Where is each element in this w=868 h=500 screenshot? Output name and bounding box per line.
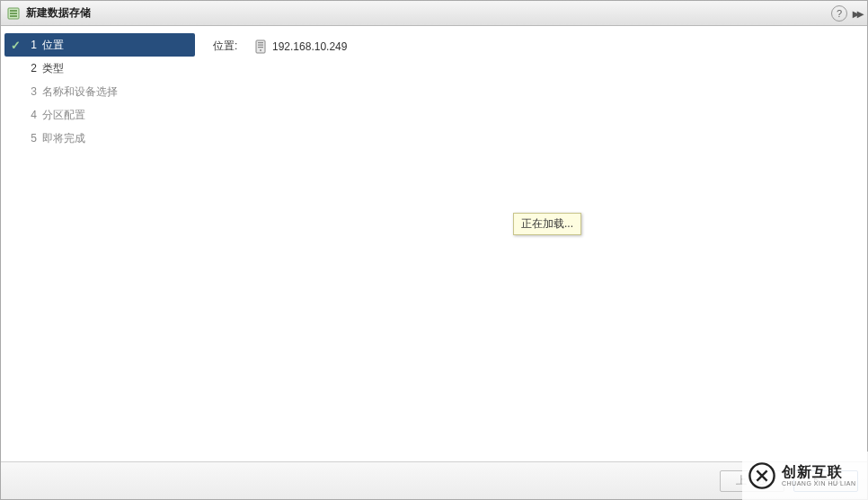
wizard-content: 位置: 192.168.10.249 正在加载... [199,26,867,461]
check-icon: ✓ [8,39,22,52]
expand-button[interactable]: ▸▸ [853,6,862,21]
svg-rect-5 [258,42,263,43]
loading-text: 正在加载... [521,217,573,230]
wizard-window: 新建数据存储 ? ▸▸ ✓ 1 位置 2 类型 3 名称和设备选择 4 [0,0,868,500]
svg-rect-3 [10,15,17,17]
help-button[interactable]: ? [831,5,847,22]
step-number: 3 [22,85,37,98]
svg-rect-1 [10,10,17,12]
step-name-device: 3 名称和设备选择 [4,80,195,103]
location-row: 位置: 192.168.10.249 [213,39,853,54]
step-label: 类型 [42,61,64,76]
step-type[interactable]: 2 类型 [4,57,195,80]
step-number: 5 [22,132,37,145]
step-number: 4 [22,109,37,121]
titlebar: 新建数据存储 ? ▸▸ [1,1,867,26]
svg-point-8 [260,49,261,51]
wizard-steps-sidebar: ✓ 1 位置 2 类型 3 名称和设备选择 4 分区配置 5 [1,26,199,461]
step-label: 分区配置 [42,108,85,123]
step-label: 位置 [42,38,64,53]
wizard-body: ✓ 1 位置 2 类型 3 名称和设备选择 4 分区配置 5 [1,26,867,461]
step-label: 名称和设备选择 [42,84,118,100]
step-location[interactable]: ✓ 1 位置 [4,33,195,57]
host-icon [254,39,267,54]
location-label: 位置: [213,39,254,54]
datastore-icon [6,6,21,21]
loading-tooltip: 正在加载... [513,213,581,235]
step-partition: 4 分区配置 [4,103,195,127]
next-button[interactable]: 下一步 [793,470,858,492]
step-number: 1 [22,39,37,51]
svg-rect-7 [258,47,263,48]
step-ready: 5 即将完成 [4,127,195,150]
back-button[interactable]: 上一步 [720,470,784,492]
step-number: 2 [22,62,37,75]
window-title: 新建数据存储 [26,5,831,21]
step-label: 即将完成 [42,131,85,146]
svg-rect-6 [258,44,263,45]
location-value: 192.168.10.249 [272,40,347,53]
wizard-footer: 上一步 下一步 [1,461,867,499]
svg-rect-2 [10,13,17,14]
